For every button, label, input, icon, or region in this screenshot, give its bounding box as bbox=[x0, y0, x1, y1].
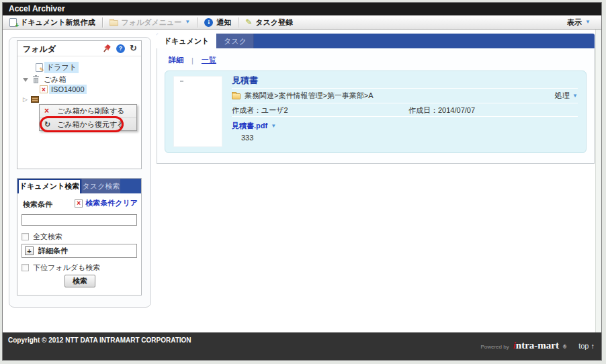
document-title-row: 見積書 bbox=[232, 71, 578, 89]
tree-item-draft-label: ドラフト bbox=[44, 62, 79, 73]
folder-tree: ✎ ドラフト bbox=[17, 56, 141, 169]
trash-context-menu: × ごみ箱から削除する ↻ ごみ箱から復元する bbox=[39, 104, 137, 131]
folder-icon bbox=[110, 20, 118, 26]
document-file-row: 見積書.pdf ▼ bbox=[232, 121, 578, 131]
back-to-top-link[interactable]: top ↑ bbox=[578, 342, 595, 350]
folder-menu-button: フォルダメニュー ▼ bbox=[103, 15, 198, 29]
folder-menu-label: フォルダメニュー bbox=[122, 17, 182, 28]
view-list-link[interactable]: 一覧 bbox=[202, 55, 216, 65]
subfolder-search-option: 下位フォルダも検索 bbox=[21, 263, 100, 273]
search-panel-body: 検索条件 × 検索条件クリア 全文検索 + 詳細条件 bbox=[17, 193, 141, 295]
app-title: Accel Archiver bbox=[9, 4, 65, 13]
search-tab-bar: ドキュメント検索 タスク検索 bbox=[17, 179, 141, 193]
clear-conditions-button[interactable]: × 検索条件クリア bbox=[75, 198, 138, 208]
fulltext-search-option: 全文検索 bbox=[21, 232, 62, 242]
context-menu-item-restore[interactable]: ↻ ごみ箱から復元する bbox=[40, 118, 136, 130]
restore-icon: ↻ bbox=[44, 120, 50, 129]
view-detail-link[interactable]: 詳細 bbox=[169, 55, 183, 65]
deleted-document-icon: × bbox=[40, 85, 48, 93]
document-meta-row: 作成者：ユーザ2 作成日：2014/07/07 bbox=[232, 103, 578, 117]
content-area: フォルダ ? ↻ ✎ bbox=[3, 30, 601, 332]
draft-document-icon: ✎ bbox=[36, 63, 43, 72]
app-window: Accel Archiver + ドキュメント新規作成 フォルダメニュー ▼ i… bbox=[2, 2, 602, 361]
tab-document[interactable]: ドキュメント bbox=[157, 34, 216, 48]
search-panel: ドキュメント検索 タスク検索 検索条件 × 検索条件クリア 全文検索 bbox=[17, 178, 142, 295]
copyright-text: Copyright © 2012 NTT DATA INTRAMART CORP… bbox=[8, 336, 191, 344]
chevron-down-icon: ▼ bbox=[572, 93, 578, 99]
pin-icon[interactable] bbox=[103, 44, 112, 56]
tree-item-trash[interactable]: ごみ箱 bbox=[23, 75, 67, 85]
document-thumbnail[interactable] bbox=[173, 76, 222, 147]
fulltext-checkbox[interactable] bbox=[21, 233, 29, 240]
subfolder-checkbox[interactable] bbox=[21, 264, 29, 271]
folder-panel-header: フォルダ ? ↻ bbox=[17, 41, 141, 56]
search-keyword-input[interactable] bbox=[21, 214, 137, 226]
archive-folder-icon bbox=[31, 96, 39, 103]
chevron-down-icon[interactable]: ▼ bbox=[271, 124, 276, 129]
view-switcher: 詳細 | 一覧 bbox=[169, 55, 216, 65]
tree-item-collapsed-folder[interactable]: ▷ bbox=[23, 96, 39, 103]
display-label: 表示 bbox=[567, 17, 582, 28]
tree-item-deleted-label: ISO14000 bbox=[49, 85, 87, 94]
tree-item-trash-label: ごみ箱 bbox=[44, 75, 67, 85]
tree-item-draft[interactable]: ✎ ドラフト bbox=[36, 62, 79, 73]
delete-icon: × bbox=[44, 107, 49, 116]
document-file-link[interactable]: 見積書.pdf bbox=[232, 121, 267, 131]
document-card: 見積書 業務関連>案件情報管理>第一事業部>A 処理 ▼ 作成者：ユーザ2 作成… bbox=[165, 71, 587, 153]
chevron-down-icon: ▼ bbox=[185, 19, 190, 25]
task-register-button[interactable]: ✎ タスク登録 bbox=[239, 15, 300, 29]
thumbnail-content-mark bbox=[180, 81, 183, 82]
document-created-date: 作成日：2014/07/07 bbox=[408, 103, 475, 117]
expand-plus-icon[interactable]: + bbox=[25, 246, 34, 255]
footer-right: Powered by intra-mart ® top ↑ bbox=[480, 340, 595, 351]
clear-icon: × bbox=[75, 199, 83, 208]
trash-icon bbox=[32, 75, 40, 85]
vertical-scrollbar[interactable] bbox=[595, 30, 602, 332]
display-menu-button[interactable]: 表示 ▼ bbox=[560, 15, 597, 29]
folder-panel: フォルダ ? ↻ ✎ bbox=[17, 40, 142, 169]
pin-icon-graphic bbox=[103, 44, 112, 53]
process-dropdown[interactable]: 処理 ▼ bbox=[555, 91, 578, 101]
help-icon[interactable]: ? bbox=[116, 44, 125, 53]
tree-expanded-icon[interactable] bbox=[23, 78, 28, 82]
process-label: 処理 bbox=[555, 91, 570, 101]
left-sidebar: フォルダ ? ↻ ✎ bbox=[9, 37, 151, 308]
tree-collapsed-icon[interactable]: ▷ bbox=[23, 97, 28, 103]
document-path-row: 業務関連>案件情報管理>第一事業部>A 処理 ▼ bbox=[232, 89, 578, 103]
notification-button[interactable]: i 通知 bbox=[198, 15, 238, 29]
context-menu-restore-label: ごみ箱から復元する bbox=[57, 120, 125, 128]
info-icon: i bbox=[204, 18, 213, 27]
tab-task-search[interactable]: タスク検索 bbox=[81, 179, 120, 193]
main-tab-bar: ドキュメント タスク bbox=[157, 34, 595, 48]
task-register-label: タスク登録 bbox=[255, 17, 293, 28]
search-condition-label: 検索条件 bbox=[23, 199, 52, 210]
folder-icon bbox=[232, 93, 241, 99]
refresh-icon[interactable]: ↻ bbox=[130, 44, 137, 52]
title-bar: Accel Archiver bbox=[3, 3, 601, 15]
folder-panel-title: フォルダ bbox=[23, 44, 56, 55]
document-file-note: 333 bbox=[241, 134, 578, 142]
powered-by-label: Powered by bbox=[480, 344, 509, 350]
context-menu-delete-label: ごみ箱から削除する bbox=[57, 107, 125, 115]
pencil-icon: ✎ bbox=[245, 18, 252, 26]
new-document-icon: + bbox=[9, 18, 17, 27]
tab-task[interactable]: タスク bbox=[216, 34, 254, 48]
tab-document-search[interactable]: ドキュメント検索 bbox=[17, 179, 81, 193]
detail-conditions-expander[interactable]: + 詳細条件 bbox=[21, 244, 137, 258]
document-folder-path: 業務関連>案件情報管理>第一事業部>A bbox=[245, 91, 555, 101]
notification-label: 通知 bbox=[216, 17, 231, 28]
search-button[interactable]: 検索 bbox=[64, 275, 95, 287]
detail-conditions-label: 詳細条件 bbox=[38, 246, 68, 256]
document-details: 見積書 業務関連>案件情報管理>第一事業部>A 処理 ▼ 作成者：ユーザ2 作成… bbox=[232, 71, 578, 152]
new-document-button[interactable]: + ドキュメント新規作成 bbox=[3, 15, 102, 29]
toolbar: + ドキュメント新規作成 フォルダメニュー ▼ i 通知 ✎ タスク登録 表示 … bbox=[3, 15, 601, 30]
footer: Copyright © 2012 NTT DATA INTRAMART CORP… bbox=[3, 332, 601, 360]
view-link-separator: | bbox=[191, 56, 193, 64]
registered-trademark-mark: ® bbox=[563, 345, 566, 349]
subfolder-label: 下位フォルダも検索 bbox=[33, 263, 100, 273]
document-creator: 作成者：ユーザ2 bbox=[232, 106, 288, 114]
context-menu-item-delete[interactable]: × ごみ箱から削除する bbox=[40, 105, 136, 118]
new-document-label: ドキュメント新規作成 bbox=[20, 17, 95, 28]
tree-item-deleted-document[interactable]: × ISO14000 bbox=[40, 85, 87, 94]
document-view-area: 詳細 | 一覧 見積書 業務関連>案件情報管理>第一事業部>A 処理 bbox=[157, 48, 595, 164]
